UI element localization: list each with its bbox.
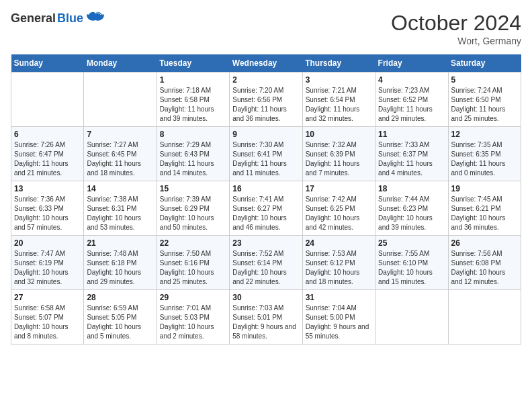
day-info: Sunrise: 7:03 AM Sunset: 5:01 PM Dayligh… [232, 304, 299, 341]
day-number: 7 [87, 130, 153, 139]
calendar-cell: 1Sunrise: 7:18 AM Sunset: 6:58 PM Daylig… [157, 73, 229, 127]
day-number: 1 [160, 75, 226, 85]
day-info: Sunrise: 7:23 AM Sunset: 6:52 PM Dayligh… [378, 86, 445, 124]
day-info: Sunrise: 7:32 AM Sunset: 6:39 PM Dayligh… [306, 140, 372, 178]
day-info: Sunrise: 7:33 AM Sunset: 6:37 PM Dayligh… [378, 140, 445, 178]
day-info: Sunrise: 7:36 AM Sunset: 6:33 PM Dayligh… [14, 195, 81, 232]
calendar-cell [448, 290, 521, 345]
day-info: Sunrise: 7:35 AM Sunset: 6:35 PM Dayligh… [451, 140, 518, 178]
day-number: 8 [160, 130, 226, 139]
day-info: Sunrise: 7:50 AM Sunset: 6:16 PM Dayligh… [160, 249, 226, 287]
page-header: General Blue October 2024 Wort, Germany [11, 11, 521, 46]
calendar-table: SundayMondayTuesdayWednesdayThursdayFrid… [11, 54, 521, 345]
logo: General Blue [11, 11, 105, 26]
weekday-header-thursday: Thursday [302, 54, 375, 73]
week-row-1: 1Sunrise: 7:18 AM Sunset: 6:58 PM Daylig… [11, 73, 521, 127]
weekday-header-monday: Monday [84, 54, 157, 73]
day-number: 23 [232, 238, 299, 248]
day-number: 31 [306, 293, 372, 302]
day-info: Sunrise: 6:58 AM Sunset: 5:07 PM Dayligh… [14, 304, 81, 341]
day-number: 11 [378, 130, 445, 139]
calendar-cell: 6Sunrise: 7:26 AM Sunset: 6:47 PM Daylig… [11, 127, 84, 181]
day-number: 15 [160, 184, 226, 193]
day-info: Sunrise: 7:52 AM Sunset: 6:14 PM Dayligh… [232, 249, 299, 287]
calendar-cell [375, 290, 448, 345]
calendar-cell: 21Sunrise: 7:48 AM Sunset: 6:18 PM Dayli… [84, 236, 157, 290]
calendar-cell: 5Sunrise: 7:24 AM Sunset: 6:50 PM Daylig… [448, 73, 521, 127]
calendar-cell: 4Sunrise: 7:23 AM Sunset: 6:52 PM Daylig… [375, 73, 448, 127]
day-info: Sunrise: 7:41 AM Sunset: 6:27 PM Dayligh… [232, 195, 299, 232]
weekday-header-saturday: Saturday [448, 54, 521, 73]
bird-icon [86, 11, 105, 26]
month-title: October 2024 [391, 11, 521, 36]
calendar-cell: 16Sunrise: 7:41 AM Sunset: 6:27 PM Dayli… [230, 181, 302, 236]
calendar-cell: 27Sunrise: 6:58 AM Sunset: 5:07 PM Dayli… [11, 290, 84, 345]
calendar-cell: 10Sunrise: 7:32 AM Sunset: 6:39 PM Dayli… [302, 127, 375, 181]
title-section: October 2024 Wort, Germany [391, 11, 521, 46]
calendar-cell: 24Sunrise: 7:53 AM Sunset: 6:12 PM Dayli… [302, 236, 375, 290]
calendar-cell: 22Sunrise: 7:50 AM Sunset: 6:16 PM Dayli… [157, 236, 229, 290]
day-number: 13 [14, 184, 81, 193]
calendar-cell: 14Sunrise: 7:38 AM Sunset: 6:31 PM Dayli… [84, 181, 157, 236]
week-row-4: 20Sunrise: 7:47 AM Sunset: 6:19 PM Dayli… [11, 236, 521, 290]
day-info: Sunrise: 7:39 AM Sunset: 6:29 PM Dayligh… [160, 195, 226, 232]
day-info: Sunrise: 7:45 AM Sunset: 6:21 PM Dayligh… [451, 195, 518, 232]
day-info: Sunrise: 7:29 AM Sunset: 6:43 PM Dayligh… [160, 140, 226, 178]
weekday-header-sunday: Sunday [11, 54, 84, 73]
day-info: Sunrise: 7:53 AM Sunset: 6:12 PM Dayligh… [306, 249, 372, 287]
day-number: 9 [232, 130, 299, 139]
location: Wort, Germany [391, 36, 521, 46]
week-row-3: 13Sunrise: 7:36 AM Sunset: 6:33 PM Dayli… [11, 181, 521, 236]
day-info: Sunrise: 7:18 AM Sunset: 6:58 PM Dayligh… [160, 86, 226, 124]
day-number: 3 [306, 75, 372, 85]
day-info: Sunrise: 6:59 AM Sunset: 5:05 PM Dayligh… [87, 304, 153, 341]
day-info: Sunrise: 7:55 AM Sunset: 6:10 PM Dayligh… [378, 249, 445, 287]
calendar-cell: 31Sunrise: 7:04 AM Sunset: 5:00 PM Dayli… [302, 290, 375, 345]
day-info: Sunrise: 7:20 AM Sunset: 6:56 PM Dayligh… [232, 86, 299, 124]
calendar-cell: 23Sunrise: 7:52 AM Sunset: 6:14 PM Dayli… [230, 236, 302, 290]
day-number: 2 [232, 75, 299, 85]
calendar-cell: 3Sunrise: 7:21 AM Sunset: 6:54 PM Daylig… [302, 73, 375, 127]
week-row-2: 6Sunrise: 7:26 AM Sunset: 6:47 PM Daylig… [11, 127, 521, 181]
weekday-header-wednesday: Wednesday [230, 54, 302, 73]
day-info: Sunrise: 7:26 AM Sunset: 6:47 PM Dayligh… [14, 140, 81, 178]
day-info: Sunrise: 7:56 AM Sunset: 6:08 PM Dayligh… [451, 249, 518, 287]
weekday-header-row: SundayMondayTuesdayWednesdayThursdayFrid… [11, 54, 521, 73]
calendar-cell: 13Sunrise: 7:36 AM Sunset: 6:33 PM Dayli… [11, 181, 84, 236]
logo-blue-text: Blue [57, 11, 83, 26]
calendar-cell: 26Sunrise: 7:56 AM Sunset: 6:08 PM Dayli… [448, 236, 521, 290]
day-number: 5 [451, 75, 518, 85]
calendar-cell: 28Sunrise: 6:59 AM Sunset: 5:05 PM Dayli… [84, 290, 157, 345]
weekday-header-friday: Friday [375, 54, 448, 73]
day-number: 24 [306, 238, 372, 248]
day-number: 10 [306, 130, 372, 139]
day-number: 18 [378, 184, 445, 193]
day-number: 16 [232, 184, 299, 193]
day-info: Sunrise: 7:47 AM Sunset: 6:19 PM Dayligh… [14, 249, 81, 287]
day-number: 12 [451, 130, 518, 139]
day-number: 28 [87, 293, 153, 302]
day-info: Sunrise: 7:01 AM Sunset: 5:03 PM Dayligh… [160, 304, 226, 341]
day-info: Sunrise: 7:30 AM Sunset: 6:41 PM Dayligh… [232, 140, 299, 178]
calendar-cell: 25Sunrise: 7:55 AM Sunset: 6:10 PM Dayli… [375, 236, 448, 290]
day-number: 20 [14, 238, 81, 248]
calendar-cell: 7Sunrise: 7:27 AM Sunset: 6:45 PM Daylig… [84, 127, 157, 181]
calendar-cell: 2Sunrise: 7:20 AM Sunset: 6:56 PM Daylig… [230, 73, 302, 127]
day-info: Sunrise: 7:42 AM Sunset: 6:25 PM Dayligh… [306, 195, 372, 232]
day-number: 22 [160, 238, 226, 248]
calendar-cell: 15Sunrise: 7:39 AM Sunset: 6:29 PM Dayli… [157, 181, 229, 236]
calendar-cell [11, 73, 84, 127]
logo-icon: General Blue [11, 11, 105, 26]
day-number: 30 [232, 293, 299, 302]
day-number: 4 [378, 75, 445, 85]
calendar-cell: 30Sunrise: 7:03 AM Sunset: 5:01 PM Dayli… [230, 290, 302, 345]
day-info: Sunrise: 7:24 AM Sunset: 6:50 PM Dayligh… [451, 86, 518, 124]
day-info: Sunrise: 7:44 AM Sunset: 6:23 PM Dayligh… [378, 195, 445, 232]
calendar-cell: 12Sunrise: 7:35 AM Sunset: 6:35 PM Dayli… [448, 127, 521, 181]
day-number: 25 [378, 238, 445, 248]
calendar-cell: 19Sunrise: 7:45 AM Sunset: 6:21 PM Dayli… [448, 181, 521, 236]
day-number: 19 [451, 184, 518, 193]
day-number: 21 [87, 238, 153, 248]
day-number: 26 [451, 238, 518, 248]
day-number: 17 [306, 184, 372, 193]
